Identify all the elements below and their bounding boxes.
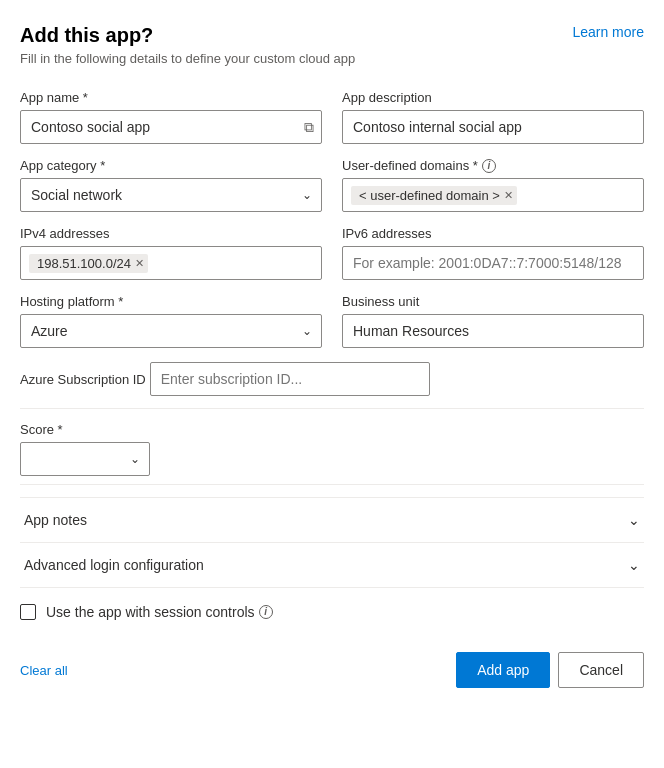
- score-wrapper: 1234 5678 910 ⌄: [20, 442, 150, 476]
- app-notes-label: App notes: [24, 512, 87, 528]
- footer-buttons: Add app Cancel: [456, 652, 644, 688]
- app-notes-chevron-icon: ⌄: [628, 512, 640, 528]
- cancel-button[interactable]: Cancel: [558, 652, 644, 688]
- app-category-select[interactable]: Social network Business Cloud storage Co…: [20, 178, 322, 212]
- business-unit-label: Business unit: [342, 294, 644, 309]
- user-defined-domains-input[interactable]: < user-defined domain > ✕: [342, 178, 644, 212]
- ipv6-label: IPv6 addresses: [342, 226, 644, 241]
- ipv4-input[interactable]: 198.51.100.0/24 ✕: [20, 246, 322, 280]
- page-subtitle: Fill in the following details to define …: [20, 51, 355, 66]
- azure-subscription-input[interactable]: [150, 362, 430, 396]
- add-app-button[interactable]: Add app: [456, 652, 550, 688]
- app-notes-accordion-header[interactable]: App notes ⌄: [20, 498, 644, 542]
- session-controls-checkbox[interactable]: [20, 604, 36, 620]
- user-defined-domain-tag-close[interactable]: ✕: [504, 190, 513, 201]
- ipv6-input[interactable]: [342, 246, 644, 280]
- user-defined-domains-label: User-defined domains * i: [342, 158, 644, 173]
- ipv4-tag-close[interactable]: ✕: [135, 258, 144, 269]
- business-unit-input[interactable]: [342, 314, 644, 348]
- azure-subscription-label: Azure Subscription ID: [20, 372, 146, 387]
- app-category-wrapper: Social network Business Cloud storage Co…: [20, 178, 322, 212]
- ipv4-tag: 198.51.100.0/24 ✕: [29, 254, 148, 273]
- app-name-label: App name *: [20, 90, 322, 105]
- app-description-input[interactable]: [342, 110, 644, 144]
- ipv4-label: IPv4 addresses: [20, 226, 322, 241]
- app-notes-accordion: App notes ⌄: [20, 498, 644, 543]
- app-name-wrapper: ⧉: [20, 110, 322, 144]
- advanced-login-chevron-icon: ⌄: [628, 557, 640, 573]
- app-category-label: App category *: [20, 158, 322, 173]
- session-controls-info-icon[interactable]: i: [259, 605, 273, 619]
- app-description-label: App description: [342, 90, 644, 105]
- clear-all-button[interactable]: Clear all: [20, 663, 68, 678]
- app-name-input[interactable]: [20, 110, 322, 144]
- advanced-login-label: Advanced login configuration: [24, 557, 204, 573]
- session-controls-label: Use the app with session controls i: [46, 604, 273, 620]
- user-defined-domains-info-icon[interactable]: i: [482, 159, 496, 173]
- page-title: Add this app?: [20, 24, 355, 47]
- learn-more-link[interactable]: Learn more: [572, 24, 644, 40]
- divider-2: [20, 484, 644, 485]
- hosting-platform-select[interactable]: Azure AWS GCP Other: [20, 314, 322, 348]
- accordions: App notes ⌄ Advanced login configuration…: [20, 497, 644, 588]
- footer: Clear all Add app Cancel: [20, 644, 644, 688]
- advanced-login-accordion-header[interactable]: Advanced login configuration ⌄: [20, 543, 644, 587]
- user-defined-domain-tag: < user-defined domain > ✕: [351, 186, 517, 205]
- session-controls-row: Use the app with session controls i: [20, 588, 644, 628]
- score-label: Score *: [20, 422, 63, 437]
- divider-1: [20, 408, 644, 409]
- score-select[interactable]: 1234 5678 910: [20, 442, 150, 476]
- advanced-login-accordion: Advanced login configuration ⌄: [20, 543, 644, 588]
- hosting-platform-wrapper: Azure AWS GCP Other ⌄: [20, 314, 322, 348]
- hosting-platform-label: Hosting platform *: [20, 294, 322, 309]
- copy-icon[interactable]: ⧉: [304, 119, 314, 136]
